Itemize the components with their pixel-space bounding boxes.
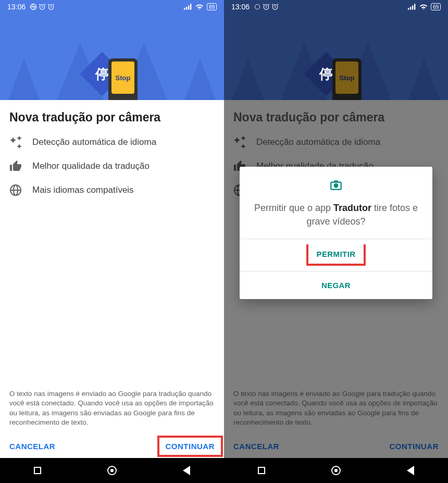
alarm-icon xyxy=(263,3,270,10)
globe-icon xyxy=(9,184,22,196)
alarm-icon-2 xyxy=(271,3,279,10)
thumbs-up-icon xyxy=(9,160,22,172)
status-notification-icons xyxy=(254,3,279,10)
feature-label: Mais idiomas compatíveis xyxy=(32,185,134,195)
action-bar: CANCELAR CONTINUAR xyxy=(224,435,448,458)
continue-button[interactable]: CONTINUAR xyxy=(157,436,223,457)
camera-icon xyxy=(252,178,420,194)
feature-label: Detecção automática de idioma xyxy=(32,137,156,147)
hero-sign-char: 停 xyxy=(319,65,333,83)
svg-rect-5 xyxy=(188,6,189,10)
feature-label: Detecção automática de idioma xyxy=(256,137,380,147)
feature-row: Detecção automática de idioma xyxy=(233,136,439,148)
signal-icon xyxy=(408,4,416,10)
disclaimer-text: O texto nas imagens é enviado ao Google … xyxy=(9,389,215,435)
svg-rect-3 xyxy=(184,8,185,9)
battery-indicator: 69 xyxy=(207,3,217,10)
status-time: 13:06 xyxy=(231,3,250,11)
hero-illustration: 停 Stop xyxy=(0,14,224,100)
status-bar: 13:06 69 xyxy=(224,0,448,14)
wifi-icon xyxy=(195,4,204,10)
disclaimer-text: O texto nas imagens é enviado ao Google … xyxy=(233,389,439,435)
android-nav-bar xyxy=(224,458,448,483)
action-bar: CANCELAR CONTINUAR xyxy=(0,435,224,458)
dnd-icon xyxy=(254,3,261,10)
battery-indicator: 69 xyxy=(431,3,441,10)
svg-point-19 xyxy=(334,184,338,188)
status-bar: 13:06 69 xyxy=(0,0,224,14)
alarm-icon-2 xyxy=(47,3,55,10)
status-notification-icons xyxy=(30,3,55,10)
hero-sign-stop: Stop xyxy=(111,61,134,94)
feature-label: Melhor qualidade da tradução xyxy=(32,161,150,171)
sparkle-icon xyxy=(9,136,22,148)
svg-rect-12 xyxy=(408,8,409,9)
android-nav-bar xyxy=(0,458,224,483)
phone-screenshot-right: 13:06 69 停 Stop xyxy=(224,0,448,483)
svg-point-9 xyxy=(255,4,259,9)
svg-rect-4 xyxy=(186,7,187,10)
feature-row: Mais idiomas compatíveis xyxy=(9,184,215,196)
sparkle-icon xyxy=(233,136,246,148)
deny-button[interactable]: NEGAR xyxy=(240,271,432,299)
allow-button[interactable]: PERMITIR xyxy=(306,244,366,266)
status-time: 13:06 xyxy=(7,3,26,11)
page-title: Nova tradução por câmera xyxy=(233,110,439,125)
cancel-button[interactable]: CANCELAR xyxy=(233,442,279,451)
continue-button[interactable]: CONTINUAR xyxy=(390,442,439,451)
svg-rect-13 xyxy=(410,7,411,10)
nav-recents-button[interactable] xyxy=(257,466,266,475)
signal-icon xyxy=(184,4,192,10)
svg-rect-6 xyxy=(190,4,191,9)
main-content: Nova tradução por câmera Detecção automá… xyxy=(0,100,224,435)
hero-sign-char: 停 xyxy=(95,65,109,83)
wifi-icon xyxy=(419,4,428,10)
permission-dialog: Permitir que o app Tradutor tire fotos e… xyxy=(240,167,432,299)
svg-rect-15 xyxy=(414,4,415,9)
cancel-button[interactable]: CANCELAR xyxy=(9,442,55,451)
hero-illustration: 停 Stop xyxy=(224,14,448,100)
dnd-icon xyxy=(30,3,37,10)
svg-rect-14 xyxy=(412,6,413,10)
feature-row: Melhor qualidade da tradução xyxy=(9,160,215,172)
nav-recents-button[interactable] xyxy=(33,466,42,475)
feature-row: Detecção automática de idioma xyxy=(9,136,215,148)
hero-sign-stop: Stop xyxy=(335,61,358,94)
dialog-message: Permitir que o app Tradutor tire fotos e… xyxy=(252,201,420,228)
page-title: Nova tradução por câmera xyxy=(9,110,215,125)
nav-back-button[interactable] xyxy=(406,466,415,475)
alarm-icon xyxy=(39,3,46,10)
nav-home-button[interactable] xyxy=(107,466,117,475)
nav-home-button[interactable] xyxy=(331,466,341,475)
phone-screenshot-left: 13:06 69 停 Stop xyxy=(0,0,224,483)
nav-back-button[interactable] xyxy=(182,466,191,475)
